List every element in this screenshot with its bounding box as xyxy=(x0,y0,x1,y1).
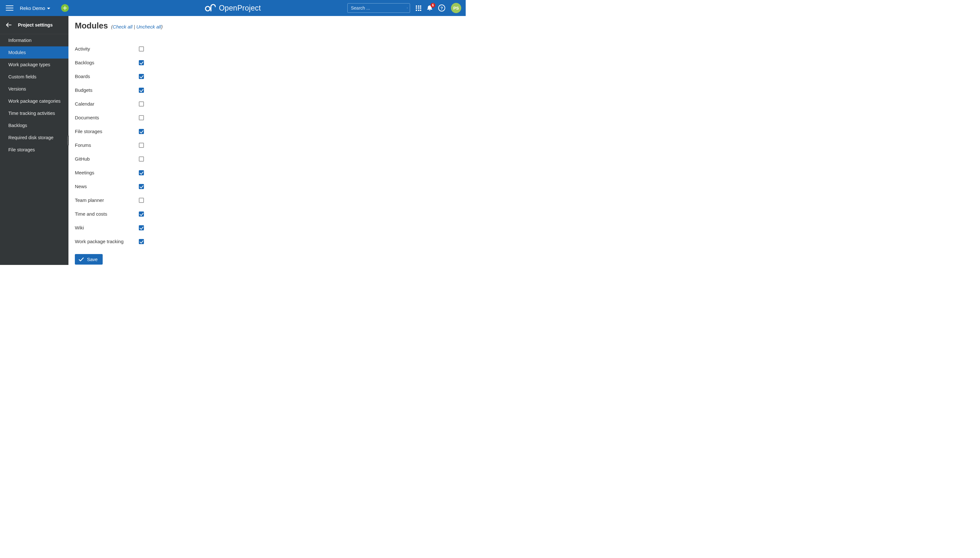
menu-icon[interactable] xyxy=(6,4,13,12)
search-input[interactable] xyxy=(351,5,407,11)
topbar: Reko Demo OpenProject 6 ? PS xyxy=(0,0,466,16)
module-label: Team planner xyxy=(75,197,139,203)
module-checkbox[interactable] xyxy=(139,46,144,51)
sidebar: Project settings InformationModulesWork … xyxy=(0,16,69,265)
module-row: Activity xyxy=(75,42,458,56)
module-label: Forums xyxy=(75,143,139,148)
project-name-label: Reko Demo xyxy=(20,5,45,11)
module-checkbox[interactable] xyxy=(139,60,144,65)
right-cluster: 6 ? PS xyxy=(347,3,466,13)
page-title: Modules xyxy=(75,21,108,30)
module-row: File storages xyxy=(75,125,458,138)
apps-icon[interactable] xyxy=(416,5,421,11)
main-content: Modules (Check all | Uncheck all) Activi… xyxy=(69,16,466,265)
module-checkbox[interactable] xyxy=(139,212,144,217)
module-checkbox[interactable] xyxy=(139,88,144,93)
module-checkbox[interactable] xyxy=(139,143,144,148)
module-checkbox[interactable] xyxy=(139,74,144,79)
searchbox[interactable] xyxy=(347,3,410,13)
help-icon[interactable]: ? xyxy=(438,5,445,11)
module-row: Forums xyxy=(75,138,458,152)
module-row: Work package tracking xyxy=(75,235,458,248)
module-checkbox[interactable] xyxy=(139,184,144,189)
module-row: Time and costs xyxy=(75,207,458,221)
module-row: Wiki xyxy=(75,221,458,235)
bulk-links: (Check all | Uncheck all) xyxy=(111,24,162,30)
module-label: Budgets xyxy=(75,87,139,93)
module-label: News xyxy=(75,184,139,189)
save-button-label: Save xyxy=(87,257,98,262)
module-label: Boards xyxy=(75,74,139,79)
sidebar-item-work-package-types[interactable]: Work package types xyxy=(0,59,69,71)
module-label: Time and costs xyxy=(75,211,139,217)
avatar[interactable]: PS xyxy=(451,3,461,13)
logo-text: OpenProject xyxy=(219,4,261,13)
module-row: Team planner xyxy=(75,193,458,207)
module-row: Boards xyxy=(75,69,458,83)
search-icon xyxy=(407,5,408,11)
project-selector[interactable]: Reko Demo xyxy=(20,5,50,11)
module-checkbox[interactable] xyxy=(139,170,144,176)
sidebar-nav: InformationModulesWork package typesCust… xyxy=(0,34,69,156)
module-checkbox[interactable] xyxy=(139,115,144,120)
app-logo: OpenProject xyxy=(205,4,261,13)
module-label: Wiki xyxy=(75,225,139,230)
module-row: Documents xyxy=(75,111,458,125)
sidebar-title: Project settings xyxy=(18,22,53,28)
module-checkbox[interactable] xyxy=(139,129,144,134)
module-label: Meetings xyxy=(75,170,139,176)
sidebar-item-required-disk-storage[interactable]: Required disk storage xyxy=(0,131,69,144)
module-checkbox[interactable] xyxy=(139,156,144,162)
module-row: Calendar xyxy=(75,97,458,111)
notification-badge: 6 xyxy=(431,3,435,8)
modules-form: ActivityBacklogsBoardsBudgetsCalendarDoc… xyxy=(75,42,458,248)
check-icon xyxy=(79,257,84,262)
sidebar-header: Project settings xyxy=(0,16,69,34)
module-label: Backlogs xyxy=(75,60,139,65)
sidebar-item-file-storages[interactable]: File storages xyxy=(0,144,69,156)
svg-point-0 xyxy=(205,7,210,11)
sidebar-item-information[interactable]: Information xyxy=(0,34,69,46)
sidebar-item-time-tracking-activities[interactable]: Time tracking activities xyxy=(0,107,69,119)
sidebar-item-work-package-categories[interactable]: Work package categories xyxy=(0,95,69,107)
sidebar-item-modules[interactable]: Modules xyxy=(0,46,69,59)
add-button[interactable] xyxy=(61,4,69,12)
module-label: Work package tracking xyxy=(75,239,139,244)
module-label: GitHub xyxy=(75,156,139,162)
module-label: Calendar xyxy=(75,101,139,107)
module-row: Budgets xyxy=(75,83,458,97)
module-label: File storages xyxy=(75,129,139,134)
module-row: News xyxy=(75,179,458,193)
sidebar-resize-handle[interactable] xyxy=(67,135,69,146)
module-checkbox[interactable] xyxy=(139,102,144,107)
module-checkbox[interactable] xyxy=(139,198,144,203)
save-button[interactable]: Save xyxy=(75,254,103,264)
module-checkbox[interactable] xyxy=(139,225,144,230)
links-separator: | xyxy=(133,24,136,30)
chevron-down-icon xyxy=(47,8,50,9)
module-label: Activity xyxy=(75,46,139,51)
module-row: Meetings xyxy=(75,166,458,179)
check-all-link[interactable]: Check all xyxy=(113,24,133,30)
module-label: Documents xyxy=(75,115,139,120)
uncheck-all-link[interactable]: Uncheck all xyxy=(136,24,161,30)
plus-icon xyxy=(63,6,67,10)
module-row: GitHub xyxy=(75,152,458,166)
sidebar-item-custom-fields[interactable]: Custom fields xyxy=(0,71,69,83)
notifications-button[interactable]: 6 xyxy=(427,5,433,11)
module-checkbox[interactable] xyxy=(139,239,144,244)
paren-close: ) xyxy=(161,24,163,30)
back-arrow-icon[interactable] xyxy=(6,23,11,27)
module-row: Backlogs xyxy=(75,56,458,69)
sidebar-item-backlogs[interactable]: Backlogs xyxy=(0,119,69,131)
sidebar-item-versions[interactable]: Versions xyxy=(0,83,69,95)
